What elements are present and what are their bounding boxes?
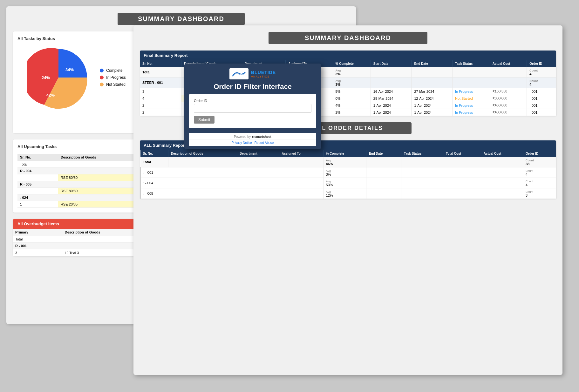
fs-col-cost: Actual Cost bbox=[490, 60, 527, 67]
fs-group-avg: Avg3% bbox=[333, 78, 371, 88]
fs-total-count: Count4 bbox=[527, 67, 556, 78]
as-g1-e2 bbox=[279, 167, 323, 178]
as-col-dept: Department bbox=[237, 150, 279, 157]
as-col-pct: % Complete bbox=[323, 150, 366, 157]
fs-cost-3: ₹460,000 bbox=[490, 102, 527, 109]
as-g2-e1 bbox=[237, 178, 279, 188]
fs-col-status: Task Status bbox=[452, 60, 490, 67]
svg-text:34%: 34% bbox=[65, 67, 74, 72]
logo-analytics: ANALYTICS bbox=[251, 75, 276, 78]
as-g1-e5 bbox=[443, 167, 481, 178]
as-col-status: Task Status bbox=[401, 150, 443, 157]
as-g1-e3 bbox=[366, 167, 401, 178]
fs-status-3: In Progress bbox=[452, 102, 490, 109]
fs-group-empty7 bbox=[490, 78, 527, 88]
order-id-input[interactable] bbox=[194, 104, 311, 113]
fs-pct-3: 4% bbox=[333, 102, 371, 109]
task-sr-3: 1 bbox=[17, 201, 58, 208]
fs-sr-2: 4 bbox=[140, 95, 181, 102]
as-group-001-id: : - 001 bbox=[140, 167, 237, 178]
as-group-005-id: : - 005 bbox=[140, 188, 237, 199]
as-group-004: : - 004 Avg53% Count4 bbox=[140, 178, 556, 188]
modal-footer: Privacy Notice | Report Abuse bbox=[189, 139, 316, 146]
fs-sr-4: 2 bbox=[140, 109, 181, 116]
as-total-label: Total bbox=[140, 157, 168, 167]
fs-pct-1: 5% bbox=[333, 88, 371, 95]
as-g3-e5 bbox=[443, 188, 481, 199]
fs-col-srno: Sr. No. bbox=[140, 60, 181, 67]
fs-end-4: 1-Apr-2024 bbox=[412, 109, 453, 116]
as-g2-avg: Avg53% bbox=[323, 178, 366, 188]
as-col-desc: Description of Goods bbox=[168, 150, 237, 157]
as-g3-e1 bbox=[237, 188, 279, 199]
pie-legend: Complete In Progress Not Started bbox=[100, 68, 126, 87]
modal-header: BLUETIDE ANALYTICS Order ID Filter Inter… bbox=[184, 64, 321, 94]
fs-group-count: Count4 bbox=[527, 78, 556, 88]
as-col-actual: Actual Cost bbox=[481, 150, 523, 157]
fs-end-3: 1-Apr-2024 bbox=[412, 102, 453, 109]
as-g1-e1 bbox=[237, 167, 279, 178]
fs-order-4: - 001 bbox=[527, 109, 556, 116]
as-g2-e2 bbox=[279, 178, 323, 188]
col-srno: Sr. No. bbox=[17, 154, 58, 161]
legend-complete: Complete bbox=[100, 68, 126, 73]
fs-status-1: In Progress bbox=[452, 88, 490, 95]
as-group-001: : - 001 Avg3% Count4 bbox=[140, 167, 556, 178]
separator: | bbox=[253, 141, 254, 145]
fs-sr-3: 2 bbox=[140, 102, 181, 109]
logo-graphic bbox=[229, 68, 249, 79]
fs-col-order: Order ID bbox=[527, 60, 556, 67]
as-total-e3 bbox=[279, 157, 323, 167]
fs-cost-4: ₹400,000 bbox=[490, 109, 527, 116]
svg-rect-3 bbox=[231, 70, 247, 78]
complete-dot bbox=[100, 69, 104, 72]
as-g3-e2 bbox=[279, 188, 323, 199]
as-col-srno: Sr. No. bbox=[140, 150, 168, 157]
svg-text:42%: 42% bbox=[46, 93, 55, 98]
as-g1-avg: Avg3% bbox=[323, 167, 366, 178]
ob-primary-1: 3 bbox=[13, 249, 62, 256]
fs-status-2: Not Started bbox=[452, 95, 490, 102]
order-filter-modal: BLUETIDE ANALYTICS Order ID Filter Inter… bbox=[184, 64, 321, 149]
fs-col-start: Start Date bbox=[371, 60, 412, 67]
as-group-005: : - 005 Avg12% Count3 bbox=[140, 188, 556, 199]
fs-end-1: 27-Mar-2024 bbox=[412, 88, 453, 95]
as-total-avg: Avg46% bbox=[323, 157, 366, 167]
as-col-order: Order ID bbox=[523, 150, 556, 157]
modal-body: Order ID Submit bbox=[189, 94, 316, 128]
as-g2-e4 bbox=[401, 178, 443, 188]
logo-text-group: BLUETIDE ANALYTICS bbox=[251, 70, 276, 78]
as-g3-e3 bbox=[366, 188, 401, 199]
fs-pct-2: 0% bbox=[333, 95, 371, 102]
pie-chart-card: All Tasks by Status 34% 42% 24% bbox=[13, 31, 140, 133]
as-g2-e6 bbox=[481, 178, 523, 188]
fs-status-4: In Progress bbox=[452, 109, 490, 116]
pie-chart-title: All Tasks by Status bbox=[17, 36, 135, 41]
notstarted-label: Not Started bbox=[106, 82, 126, 87]
modal-logo: BLUETIDE ANALYTICS bbox=[229, 68, 276, 79]
inprogress-dot bbox=[100, 76, 104, 79]
as-total-e1 bbox=[168, 157, 237, 167]
fs-group-id: STEER - 001 bbox=[140, 78, 181, 88]
report-abuse-link[interactable]: Report Abuse bbox=[255, 141, 274, 145]
bg-dashboard-title: SUMMARY DASHBOARD bbox=[118, 13, 245, 25]
final-summary-header: Final Summary Report bbox=[140, 51, 556, 60]
as-total-e6 bbox=[443, 157, 481, 167]
fs-start-2: 29-Mar-2024 bbox=[371, 95, 412, 102]
privacy-notice-link[interactable]: Privacy Notice bbox=[232, 141, 252, 145]
as-total-row: Total Avg46% Count38 bbox=[140, 157, 556, 167]
as-group-004-id: : - 004 bbox=[140, 178, 237, 188]
fs-order-1: - 001 bbox=[527, 88, 556, 95]
svg-text:24%: 24% bbox=[42, 75, 50, 80]
fs-start-1: 16-Apr-2024 bbox=[371, 88, 412, 95]
submit-button[interactable]: Submit bbox=[194, 116, 215, 124]
fs-group-empty6 bbox=[452, 78, 490, 88]
task-sr-2 bbox=[17, 188, 58, 194]
powered-by-brand: ■ smartsheet bbox=[252, 135, 271, 139]
fs-cost-2: ₹300,000 bbox=[490, 95, 527, 102]
fs-order-3: - 001 bbox=[527, 102, 556, 109]
as-g1-e6 bbox=[481, 167, 523, 178]
complete-label: Complete bbox=[106, 68, 122, 73]
order-id-label: Order ID bbox=[194, 99, 311, 103]
task-sr-1 bbox=[17, 174, 58, 181]
